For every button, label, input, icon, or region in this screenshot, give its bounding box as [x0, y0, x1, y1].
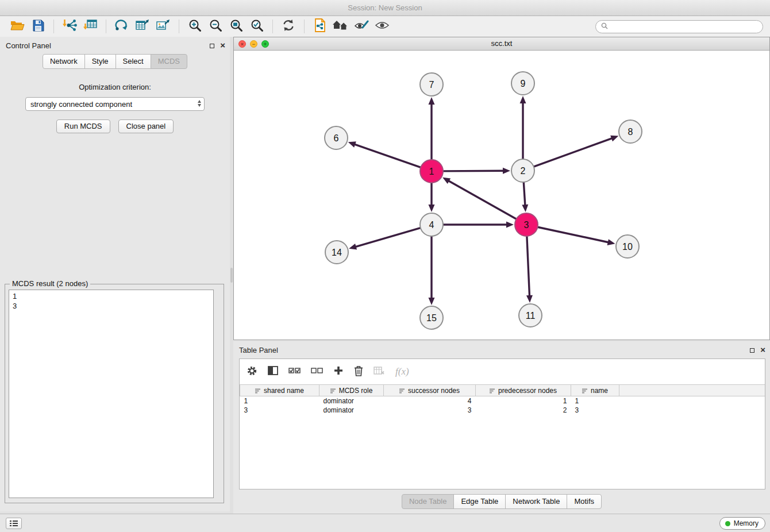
- control-panel-tabs: NetworkStyleSelectMCDS: [0, 54, 230, 69]
- show-hide-button[interactable]: [372, 18, 392, 35]
- close-window-button[interactable]: ×: [238, 40, 246, 48]
- network-canvas[interactable]: 7968124314101511: [234, 51, 769, 340]
- search-input[interactable]: [611, 22, 757, 30]
- network-overview-button[interactable]: [310, 18, 330, 35]
- svg-text:6: 6: [334, 133, 339, 143]
- maximize-window-button[interactable]: +: [261, 40, 269, 48]
- table-panel-title: Table Panel: [239, 346, 278, 354]
- show-columns-button[interactable]: [268, 366, 278, 377]
- column-header-predecessor-nodes[interactable]: predecessor nodes: [476, 385, 571, 396]
- graph-node-8[interactable]: 8: [619, 120, 642, 143]
- zoom-in-button[interactable]: [184, 18, 205, 35]
- mcds-result-box: MCDS result (2 nodes) 13: [5, 284, 224, 503]
- network-window-titlebar[interactable]: × − + scc.txt: [234, 37, 769, 51]
- table-cell[interactable]: dominator: [319, 396, 384, 406]
- home-button[interactable]: [330, 18, 351, 35]
- optimization-criterion-select[interactable]: strongly connected component: [25, 97, 205, 111]
- table-cell[interactable]: 3: [384, 406, 476, 415]
- table-cell[interactable]: 1: [240, 396, 319, 406]
- graph-node-10[interactable]: 10: [616, 235, 639, 258]
- minimize-window-button[interactable]: −: [250, 40, 257, 48]
- table-row[interactable]: 3dominator323: [240, 406, 765, 415]
- show-panels-button[interactable]: [6, 518, 22, 529]
- mcds-result-list[interactable]: 13: [9, 290, 214, 498]
- graph-edge-1-6[interactable]: [348, 141, 421, 167]
- table-cell[interactable]: 2: [476, 406, 571, 415]
- open-session-button[interactable]: [7, 18, 28, 35]
- graph-node-3[interactable]: 3: [515, 213, 538, 236]
- splitter-handle[interactable]: [230, 268, 233, 283]
- delete-column-button[interactable]: [354, 365, 363, 379]
- close-panel-button[interactable]: Close panel: [118, 119, 174, 133]
- eye-brush-icon: [354, 20, 369, 33]
- window-titlebar[interactable]: Session: New Session: [0, 0, 770, 16]
- tab-select[interactable]: Select: [116, 54, 151, 69]
- tab-style[interactable]: Style: [84, 54, 116, 69]
- table-row[interactable]: 1dominator411: [240, 396, 765, 406]
- refresh-view-button[interactable]: [278, 18, 299, 35]
- select-all-button[interactable]: [288, 367, 301, 377]
- column-header-mcds-role[interactable]: MCDS role: [319, 385, 384, 396]
- graph-node-7[interactable]: 7: [420, 73, 443, 96]
- column-header-shared-name[interactable]: shared name: [240, 385, 319, 396]
- column-header-name[interactable]: name: [571, 385, 619, 396]
- float-table-panel-button[interactable]: [750, 345, 754, 355]
- tab-motifs[interactable]: Motifs: [567, 494, 602, 509]
- export-image-button[interactable]: [153, 18, 174, 35]
- graph-node-4[interactable]: 4: [420, 213, 443, 236]
- graph-edge-3-1[interactable]: [442, 178, 516, 219]
- tab-network[interactable]: Network: [43, 54, 85, 69]
- graph-edge-1-7[interactable]: [429, 97, 435, 160]
- tab-mcds[interactable]: MCDS: [151, 54, 187, 69]
- import-table-button[interactable]: [80, 18, 101, 35]
- table-cell[interactable]: 1: [571, 396, 619, 406]
- run-mcds-button[interactable]: Run MCDS: [56, 119, 110, 133]
- zoom-fit-button[interactable]: [226, 18, 247, 35]
- tab-edge-table[interactable]: Edge Table: [453, 494, 506, 509]
- close-panel-icon[interactable]: ×: [220, 43, 225, 48]
- graph-edge-1-2[interactable]: [443, 168, 510, 174]
- svg-text:1: 1: [429, 167, 434, 176]
- table-cell[interactable]: 4: [384, 396, 476, 406]
- graph-edge-2-9[interactable]: [520, 96, 526, 159]
- save-session-button[interactable]: [28, 18, 48, 35]
- graph-node-2[interactable]: 2: [511, 159, 534, 182]
- apply-layout-button[interactable]: [111, 18, 132, 35]
- table-settings-button[interactable]: [247, 365, 257, 379]
- deselect-all-button[interactable]: [311, 367, 323, 377]
- graph-edge-2-3[interactable]: [522, 182, 528, 212]
- table-cell[interactable]: 3: [240, 406, 319, 415]
- graph-node-1[interactable]: 1: [420, 160, 443, 183]
- graph-node-15[interactable]: 15: [420, 306, 443, 329]
- column-header-successor-nodes[interactable]: successor nodes: [384, 385, 476, 396]
- float-panel-button[interactable]: [210, 40, 214, 51]
- export-table-button[interactable]: [132, 18, 153, 35]
- graph-edge-4-15[interactable]: [429, 236, 435, 305]
- zoom-selected-button[interactable]: [247, 18, 267, 35]
- graph-edge-1-4[interactable]: [429, 183, 435, 212]
- style-detail-button[interactable]: [351, 18, 372, 35]
- tab-network-table[interactable]: Network Table: [505, 494, 567, 509]
- search-box[interactable]: [595, 20, 763, 33]
- graph-edge-3-10[interactable]: [538, 227, 615, 245]
- svg-text:11: 11: [526, 311, 536, 321]
- graph-node-6[interactable]: 6: [325, 126, 348, 149]
- create-column-button[interactable]: [333, 365, 344, 378]
- tab-node-table[interactable]: Node Table: [402, 494, 455, 509]
- graph-edge-4-14[interactable]: [349, 228, 421, 250]
- graph-edge-3-11[interactable]: [526, 236, 533, 303]
- import-network-button[interactable]: [59, 18, 80, 35]
- graph-node-9[interactable]: 9: [511, 72, 534, 95]
- table-cell[interactable]: 1: [476, 396, 571, 406]
- graph-edge-2-8[interactable]: [534, 136, 619, 167]
- memory-button[interactable]: Memory: [719, 517, 765, 530]
- table-cell[interactable]: 3: [571, 406, 619, 415]
- main-toolbar: [0, 16, 770, 37]
- close-table-panel-icon[interactable]: ×: [760, 347, 765, 353]
- graph-edge-4-3[interactable]: [443, 222, 514, 228]
- zoom-out-button[interactable]: [205, 18, 226, 35]
- columns-icon: [268, 367, 278, 377]
- graph-node-14[interactable]: 14: [325, 241, 348, 264]
- graph-node-11[interactable]: 11: [519, 304, 542, 327]
- table-cell[interactable]: dominator: [319, 406, 384, 415]
